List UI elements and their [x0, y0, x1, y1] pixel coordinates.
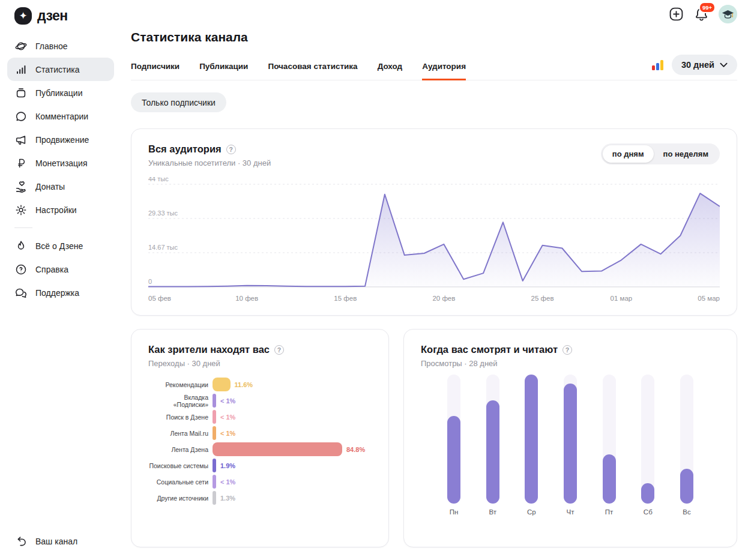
- sidebar-item-label: Всё о Дзене: [35, 241, 83, 251]
- sidebar-item-support[interactable]: Поддержка: [7, 281, 114, 304]
- x-axis-tick: 20 фев: [432, 295, 455, 302]
- weekday-bar-track[interactable]: [564, 375, 577, 504]
- tab-hourly-stats[interactable]: Почасовая статистика: [268, 59, 357, 80]
- tabs-row: ПодписчикиПубликацииПочасовая статистика…: [131, 55, 737, 80]
- sidebar-item-statistics[interactable]: Статистика: [7, 58, 114, 81]
- source-bar[interactable]: [213, 459, 216, 472]
- sidebar-item-donations[interactable]: Донаты: [7, 175, 114, 198]
- source-label: Другие источники: [148, 495, 208, 502]
- source-bar[interactable]: [213, 394, 216, 408]
- x-axis-tick: 01 мар: [611, 295, 633, 302]
- sidebar-item-label: Главное: [35, 41, 68, 51]
- weekday-bar: [486, 400, 499, 504]
- source-label: Вкладка «Подписки»: [148, 394, 208, 408]
- subscribers-only-chip[interactable]: Только подписчики: [131, 92, 226, 112]
- chevron-down-icon: [720, 62, 728, 68]
- x-axis-tick: 05 мар: [698, 295, 720, 302]
- source-value: 11.6%: [235, 381, 253, 388]
- source-label: Поиск в Дзене: [148, 414, 208, 421]
- source-track: 1.3%: [213, 491, 372, 505]
- add-button[interactable]: [668, 6, 684, 22]
- weekday-bar-track[interactable]: [680, 375, 693, 504]
- sidebar-item-home[interactable]: Главное: [7, 34, 114, 58]
- source-row: Другие источники1.3%: [148, 490, 372, 506]
- ruble-icon: [14, 157, 28, 170]
- sidebar-item-label: Комментарии: [35, 112, 88, 121]
- toggle-by-weeks[interactable]: по неделям: [654, 145, 718, 163]
- weekday-label: Ср: [527, 508, 536, 516]
- sidebar-item-your-channel[interactable]: Ваш канал: [0, 535, 125, 560]
- y-axis-tick: 29.33 тыс: [148, 209, 178, 217]
- source-track: 84.8%: [213, 442, 372, 456]
- lower-cards-row: Как зрители находят вас ? Переходы · 30 …: [131, 329, 737, 547]
- audience-card: Вся аудитория ? Уникальные посетители · …: [131, 128, 737, 316]
- tabs-right-controls: 30 дней: [652, 55, 737, 80]
- brand-logo[interactable]: ✦ дзен: [0, 5, 125, 34]
- sources-card-subtitle: Переходы · 30 дней: [148, 359, 372, 368]
- weekdays-card-title: Когда вас смотрят и читают: [421, 344, 558, 355]
- help-icon[interactable]: ?: [274, 345, 284, 355]
- source-bar[interactable]: [213, 475, 216, 489]
- tab-audience[interactable]: Аудитория: [422, 59, 466, 80]
- audience-area-chart[interactable]: 44 тыс29.33 тыс14.67 тыс005 фев10 фев15 …: [148, 177, 720, 307]
- metrika-blue-bar: [656, 63, 659, 70]
- sources-card-title: Как зрители находят вас: [148, 344, 270, 355]
- weekday-label: Пн: [450, 508, 459, 516]
- source-value: 1.3%: [220, 495, 235, 502]
- weekday-bar-track[interactable]: [641, 375, 654, 504]
- source-bar[interactable]: [213, 426, 216, 440]
- audience-card-title: Вся аудитория: [148, 143, 222, 155]
- source-row: Поисковые системы1.9%: [148, 457, 372, 474]
- avatar[interactable]: [719, 5, 737, 23]
- flame-icon: [14, 239, 28, 253]
- sidebar-item-settings[interactable]: Настройки: [7, 198, 114, 221]
- notifications-button[interactable]: 99+: [693, 6, 710, 22]
- weekday-label: Вт: [489, 508, 496, 516]
- y-axis-tick: 14.67 тыс: [148, 244, 178, 251]
- weekday-bar-track[interactable]: [603, 375, 616, 504]
- help-icon[interactable]: ?: [226, 145, 236, 154]
- source-bar[interactable]: [213, 491, 216, 505]
- x-axis-tick: 15 фев: [334, 295, 357, 302]
- plus-icon: [668, 6, 684, 22]
- source-track: < 1%: [213, 426, 372, 440]
- sidebar-item-label: Продвижение: [35, 135, 89, 145]
- metrika-icon[interactable]: [652, 59, 663, 70]
- sidebar-item-comments[interactable]: Комментарии: [7, 104, 114, 128]
- brand-name: дзен: [37, 8, 68, 24]
- weekday-column: Пн: [447, 375, 460, 516]
- weekday-label: Чт: [567, 508, 575, 516]
- source-label: Рекомендации: [148, 381, 208, 388]
- sidebar-item-about-zen[interactable]: Всё о Дзене: [7, 234, 114, 257]
- weekday-bar-track[interactable]: [447, 375, 460, 504]
- tab-subscribers[interactable]: Подписчики: [131, 59, 179, 80]
- weekday-bar-track[interactable]: [525, 375, 538, 504]
- sidebar: ✦ дзен ГлавноеСтатистикаПубликацииКоммен…: [0, 0, 125, 560]
- sidebar-item-promotion[interactable]: Продвижение: [7, 128, 114, 151]
- period-selector[interactable]: 30 дней: [672, 55, 737, 75]
- sidebar-item-publications[interactable]: Публикации: [7, 81, 114, 104]
- sidebar-item-help[interactable]: Справка: [7, 257, 114, 281]
- bar-chart-icon: [14, 63, 28, 76]
- x-axis-tick: 10 фев: [235, 295, 258, 302]
- help-icon[interactable]: ?: [562, 345, 572, 355]
- source-row: Рекомендации11.6%: [148, 376, 372, 393]
- weekday-bar-track[interactable]: [486, 375, 499, 504]
- sidebar-item-label: Статистика: [35, 65, 80, 74]
- sidebar-divider: [14, 227, 32, 228]
- source-bar[interactable]: [213, 410, 216, 424]
- tab-publications[interactable]: Публикации: [199, 59, 248, 80]
- audience-card-subtitle: Уникальные посетители · 30 дней: [148, 158, 271, 167]
- sidebar-item-monetization[interactable]: Монетизация: [7, 151, 114, 175]
- tab-income[interactable]: Доход: [378, 59, 403, 80]
- topbar: 99+: [668, 5, 737, 23]
- weekday-bar: [680, 469, 693, 504]
- source-bar[interactable]: [213, 378, 231, 391]
- sidebar-item-label: Поддержка: [35, 288, 79, 298]
- source-bar[interactable]: [213, 442, 342, 456]
- sidebar-item-label: Донаты: [35, 182, 65, 191]
- source-label: Лента Дзена: [148, 446, 208, 453]
- weekdays-card: Когда вас смотрят и читают ? Просмотры ·…: [403, 329, 737, 547]
- toggle-by-days[interactable]: по дням: [603, 145, 654, 163]
- source-track: < 1%: [213, 394, 372, 408]
